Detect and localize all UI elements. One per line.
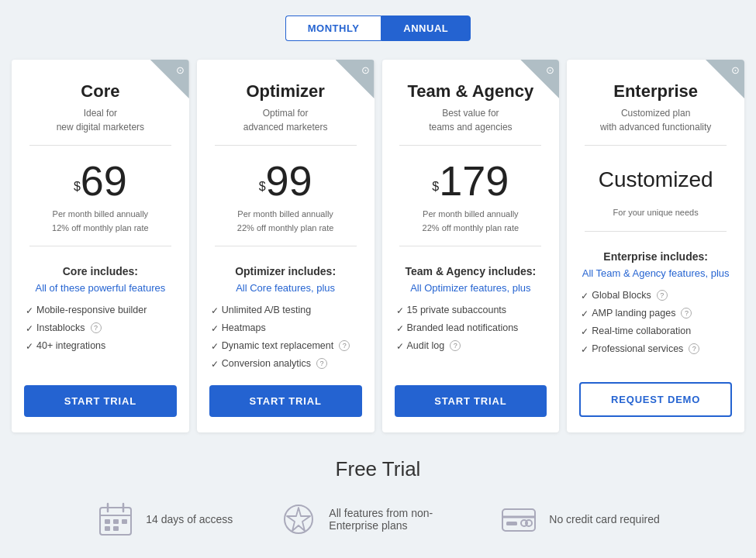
check-icon: ✓ xyxy=(211,323,219,334)
monthly-toggle-btn[interactable]: MONTHLY xyxy=(285,16,381,41)
info-icon[interactable]: ? xyxy=(681,308,692,319)
info-icon[interactable]: ? xyxy=(657,290,668,301)
feature-enterprise-3: ✓Professional services? xyxy=(581,340,730,358)
divider2-team xyxy=(399,246,541,246)
free-trial-item-0: 14 days of access xyxy=(96,500,233,539)
includes-title-team: Team & Agency includes: xyxy=(405,265,536,277)
features-list-team: ✓15 private subaccounts ✓Branded lead no… xyxy=(382,301,560,355)
check-icon: ✓ xyxy=(211,341,219,352)
corner-badge-icon-team: ⊙ xyxy=(546,64,554,76)
check-icon: ✓ xyxy=(396,341,404,352)
plan-card-team-agency: ⊙ Team & Agency Best value for teams and… xyxy=(382,60,560,432)
plan-subtitle-optimizer: Optimal for advanced marketers xyxy=(243,106,328,134)
start-trial-optimizer-btn[interactable]: START TRIAL xyxy=(209,385,362,417)
price-amount-team: 179 xyxy=(439,157,509,204)
plan-name-enterprise: Enterprise xyxy=(613,81,698,102)
info-icon[interactable]: ? xyxy=(689,343,699,354)
svg-rect-7 xyxy=(105,526,110,531)
plan-card-core: ⊙ Core Ideal for new digital marketers $… xyxy=(12,60,189,432)
free-trial-title: Free Trial xyxy=(8,457,748,481)
feature-optimizer-1: ✓Heatmaps xyxy=(211,319,361,337)
start-trial-team-btn[interactable]: START TRIAL xyxy=(395,385,547,417)
price-area-enterprise: Customized xyxy=(599,160,713,200)
plan-name-team: Team & Agency xyxy=(408,81,534,102)
plan-card-enterprise: ⊙ Enterprise Customized plan with advanc… xyxy=(567,60,744,432)
info-icon[interactable]: ? xyxy=(91,322,102,333)
check-icon: ✓ xyxy=(581,344,589,355)
feature-team-2: ✓Audit log? xyxy=(396,337,546,355)
card-icon xyxy=(499,500,538,539)
plan-subtitle-team: Best value for teams and agencies xyxy=(429,106,512,134)
feature-core-2: ✓40+ integrations xyxy=(26,337,175,355)
feature-enterprise-0: ✓Global Blocks? xyxy=(581,287,730,305)
info-icon[interactable]: ? xyxy=(316,358,327,369)
price-symbol-core: $ xyxy=(74,180,81,193)
price-note-team: Per month billed annually 22% off monthl… xyxy=(423,208,520,235)
plan-name-core: Core xyxy=(81,81,119,102)
annual-toggle-btn[interactable]: ANNUAL xyxy=(381,16,471,41)
free-trial-text-0: 14 days of access xyxy=(146,513,233,525)
request-demo-enterprise-btn[interactable]: REQUEST DEMO xyxy=(579,382,732,417)
price-area-team: $179 xyxy=(432,160,509,202)
check-icon: ✓ xyxy=(581,326,589,337)
svg-rect-8 xyxy=(113,526,119,531)
check-icon: ✓ xyxy=(211,305,219,316)
feature-core-0: ✓Mobile-responsive builder xyxy=(26,301,175,319)
info-icon[interactable]: ? xyxy=(450,340,461,351)
check-icon: ✓ xyxy=(581,308,589,319)
divider2-optimizer xyxy=(215,246,357,246)
includes-link-optimizer[interactable]: All Core features, plus xyxy=(236,282,335,294)
includes-title-core: Core includes: xyxy=(63,265,138,277)
start-trial-core-btn[interactable]: START TRIAL xyxy=(24,385,177,417)
price-symbol-optimizer: $ xyxy=(259,180,266,193)
billing-toggle: MONTHLY ANNUAL xyxy=(0,16,756,41)
price-amount-core: 69 xyxy=(81,157,127,204)
price-amount-optimizer: 99 xyxy=(266,157,312,204)
divider2-enterprise xyxy=(585,231,727,232)
divider-optimizer xyxy=(215,145,357,146)
feature-optimizer-3: ✓Conversion analytics? xyxy=(211,355,361,373)
check-icon: ✓ xyxy=(26,323,33,334)
price-note-core: Per month billed annually 12% off monthl… xyxy=(52,208,149,235)
includes-link-core[interactable]: All of these powerful features xyxy=(36,282,166,294)
free-trial-item-1: All features from non-Enterprise plans xyxy=(279,500,453,539)
features-list-enterprise: ✓Global Blocks? ✓AMP landing pages? ✓Rea… xyxy=(567,287,744,358)
check-icon: ✓ xyxy=(211,359,219,370)
feature-team-0: ✓15 private subaccounts xyxy=(396,301,546,319)
feature-optimizer-2: ✓Dynamic text replacement? xyxy=(211,337,361,355)
includes-title-optimizer: Optimizer includes: xyxy=(235,265,336,277)
feature-team-1: ✓Branded lead notifications xyxy=(396,319,546,337)
feature-enterprise-2: ✓Real-time collaboration xyxy=(581,322,730,340)
features-list-core: ✓Mobile-responsive builder ✓Instablocks?… xyxy=(12,301,189,355)
plan-name-optimizer: Optimizer xyxy=(246,81,324,102)
check-icon: ✓ xyxy=(26,305,33,316)
price-symbol-team: $ xyxy=(432,180,439,193)
info-icon[interactable]: ? xyxy=(339,340,350,351)
includes-title-enterprise: Enterprise includes: xyxy=(603,250,708,263)
corner-badge-icon-enterprise: ⊙ xyxy=(731,64,740,76)
divider2-core xyxy=(29,246,171,246)
price-note-optimizer: Per month billed annually 22% off monthl… xyxy=(237,208,334,235)
feature-core-1: ✓Instablocks? xyxy=(26,319,175,337)
calendar-icon xyxy=(96,500,135,539)
feature-optimizer-0: ✓Unlimited A/B testing xyxy=(211,301,361,319)
plan-card-optimizer: ⊙ Optimizer Optimal for advanced markete… xyxy=(197,60,375,432)
includes-link-enterprise[interactable]: All Team & Agency features, plus xyxy=(582,267,730,279)
check-icon: ✓ xyxy=(396,305,404,316)
price-area-core: $69 xyxy=(74,160,127,202)
divider-core xyxy=(29,145,171,146)
svg-rect-13 xyxy=(506,522,517,525)
free-trial-features: 14 days of access All features from non-… xyxy=(8,500,748,539)
price-area-optimizer: $99 xyxy=(259,160,312,202)
free-trial-text-2: No credit card required xyxy=(549,513,659,525)
free-trial-item-2: No credit card required xyxy=(499,500,659,539)
check-icon: ✓ xyxy=(396,323,404,334)
corner-badge-icon-optimizer: ⊙ xyxy=(361,64,370,76)
price-note-enterprise: For your unique needs xyxy=(613,206,699,220)
plan-subtitle-enterprise: Customized plan with advanced functional… xyxy=(600,106,711,134)
price-customized: Customized xyxy=(599,167,713,192)
svg-rect-6 xyxy=(122,519,127,524)
svg-marker-10 xyxy=(287,508,310,531)
corner-badge-icon-core: ⊙ xyxy=(176,64,185,76)
includes-link-team[interactable]: All Optimizer features, plus xyxy=(410,282,530,294)
